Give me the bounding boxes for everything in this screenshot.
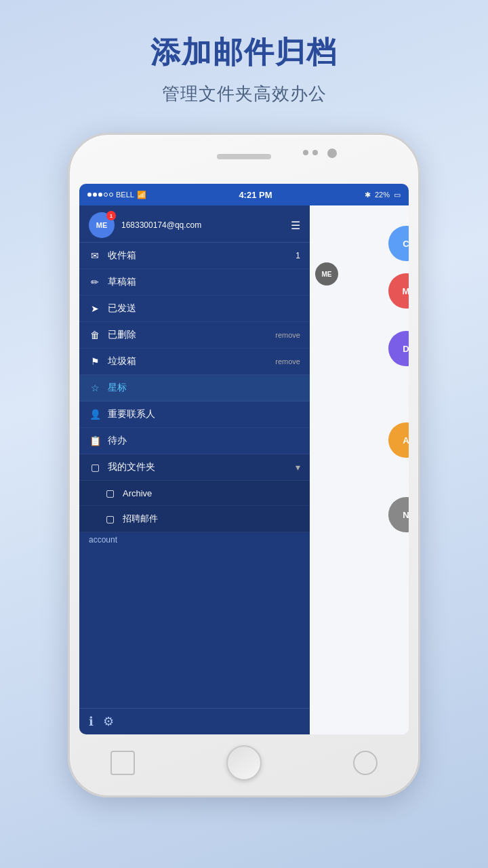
- circle-button-3[interactable]: D: [388, 331, 409, 366]
- menu-icon[interactable]: ☰: [291, 219, 300, 232]
- sidebar-item-contacts[interactable]: 👤 重要联系人: [79, 401, 310, 428]
- drafts-icon: ✏: [89, 277, 101, 288]
- sidebar-item-recruitment[interactable]: ▢ 招聘邮件: [79, 506, 310, 532]
- archive-label: Archive: [123, 488, 300, 498]
- bluetooth-icon: ✱: [365, 191, 371, 199]
- starred-icon: ☆: [89, 382, 101, 393]
- phone-screen: BELL 📶 4:21 PM ✱ 22% ▭: [79, 184, 409, 734]
- trash-icon: ⚑: [89, 356, 101, 367]
- status-bar: BELL 📶 4:21 PM ✱ 22% ▭: [79, 184, 409, 205]
- sidebar-item-folders[interactable]: ▢ 我的文件夹 ▾: [79, 454, 310, 481]
- status-left: BELL 📶: [87, 191, 146, 199]
- status-time: 4:21 PM: [239, 190, 272, 200]
- notification-badge: 1: [106, 211, 116, 220]
- archive-folder-icon: ▢: [104, 488, 116, 498]
- sidebar-bottom: ℹ ⚙: [79, 708, 310, 734]
- sidebar-item-trash[interactable]: ⚑ 垃圾箱 remove: [79, 349, 310, 375]
- starred-label: 星标: [108, 382, 300, 394]
- circle-label-1: C: [403, 239, 409, 249]
- sidebar-item-drafts[interactable]: ✏ 草稿箱: [79, 269, 310, 296]
- battery-icon: ▭: [394, 191, 401, 199]
- circle-button-1[interactable]: C: [388, 226, 409, 261]
- account-header[interactable]: ME 1 1683300174@qq.com ☰: [79, 205, 310, 243]
- sidebar-item-deleted[interactable]: 🗑 已删除 remove: [79, 322, 310, 349]
- circle-label-2: M: [403, 286, 409, 296]
- phone-camera: [327, 149, 337, 158]
- deleted-remove[interactable]: remove: [275, 331, 300, 339]
- sidebar-item-todo[interactable]: 📋 待办: [79, 428, 310, 454]
- circle-label-4: A: [403, 435, 409, 446]
- phone-mockup: BELL 📶 4:21 PM ✱ 22% ▭: [68, 133, 420, 797]
- recruitment-label: 招聘邮件: [123, 513, 300, 525]
- trash-label: 垃圾箱: [108, 355, 268, 368]
- inbox-icon: ✉: [89, 250, 101, 261]
- folder-arrow-icon: ▾: [296, 462, 300, 473]
- trash-remove[interactable]: remove: [275, 357, 300, 366]
- deleted-icon: 🗑: [89, 330, 101, 340]
- folders-label: 我的文件夹: [108, 461, 289, 473]
- account-section-label: account: [79, 532, 310, 550]
- circle-label-5: N: [403, 510, 409, 520]
- phone-speaker: [217, 154, 271, 159]
- phone-nav-recent[interactable]: [353, 751, 378, 775]
- folder-icon: ▢: [89, 462, 101, 473]
- phone-nav-back[interactable]: [110, 751, 135, 775]
- main-area: ME 1 1683300174@qq.com ☰ ✉ 收件箱 1: [79, 205, 409, 734]
- phone-shell: BELL 📶 4:21 PM ✱ 22% ▭: [68, 133, 420, 797]
- carrier-label: BELL: [116, 191, 134, 199]
- circle-label-3: D: [403, 344, 409, 354]
- deleted-label: 已删除: [108, 329, 268, 341]
- inbox-label: 收件箱: [108, 250, 289, 262]
- recruitment-folder-icon: ▢: [104, 513, 116, 524]
- battery-label: 22%: [375, 191, 390, 199]
- phone-camera-dot2: [303, 150, 308, 155]
- todo-label: 待办: [108, 435, 300, 447]
- todo-icon: 📋: [89, 435, 101, 446]
- page-title: 添加邮件归档: [150, 33, 338, 73]
- sidebar: ME 1 1683300174@qq.com ☰ ✉ 收件箱 1: [79, 205, 310, 734]
- status-right: ✱ 22% ▭: [365, 191, 401, 199]
- circle-button-5[interactable]: N: [388, 497, 409, 532]
- contacts-icon: 👤: [89, 409, 101, 420]
- sent-label: 已发送: [108, 302, 300, 315]
- sidebar-item-archive[interactable]: ▢ Archive: [79, 481, 310, 506]
- phone-camera-dot: [312, 150, 318, 155]
- settings-icon[interactable]: ⚙: [103, 714, 114, 729]
- circle-button-2[interactable]: M: [388, 273, 409, 309]
- contacts-label: 重要联系人: [108, 408, 300, 420]
- right-panel: ME C M D A N: [310, 205, 409, 734]
- sidebar-item-inbox[interactable]: ✉ 收件箱 1: [79, 243, 310, 269]
- circle-button-4[interactable]: A: [388, 422, 409, 458]
- avatar-primary[interactable]: ME 1: [89, 212, 115, 238]
- sent-icon: ➤: [89, 303, 101, 314]
- page-subtitle: 管理文件夹高效办公: [162, 82, 327, 106]
- inbox-badge: 1: [296, 251, 300, 260]
- phone-home-button[interactable]: [226, 745, 262, 781]
- sidebar-item-sent[interactable]: ➤ 已发送: [79, 296, 310, 322]
- account-email: 1683300174@qq.com: [121, 220, 284, 230]
- drafts-label: 草稿箱: [108, 276, 300, 288]
- signal-indicator: [87, 193, 113, 197]
- avatar-secondary[interactable]: ME: [315, 262, 338, 285]
- wifi-icon: 📶: [137, 191, 146, 199]
- sidebar-item-starred[interactable]: ☆ 星标: [79, 375, 310, 401]
- info-icon[interactable]: ℹ: [89, 714, 94, 729]
